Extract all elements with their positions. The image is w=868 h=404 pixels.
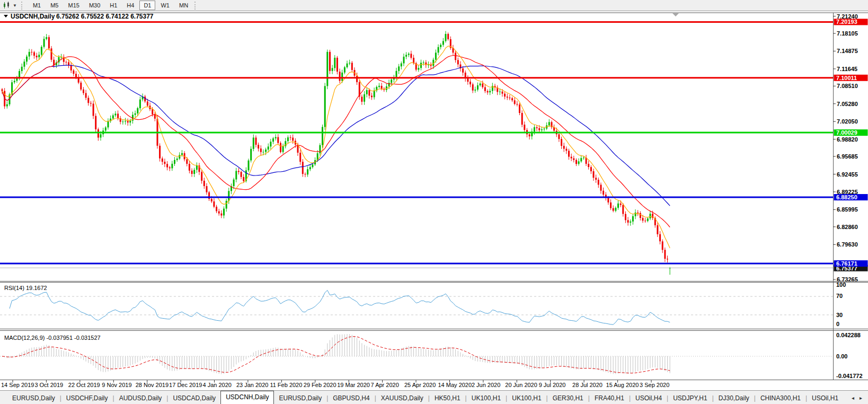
ma-slow-line bbox=[2, 65, 670, 206]
svg-text:6.88250: 6.88250 bbox=[836, 194, 857, 200]
macd-signal-line bbox=[2, 337, 670, 373]
chart-tab-audusd-daily-2[interactable]: AUDUSD,Daily bbox=[114, 393, 167, 404]
svg-text:7.20193: 7.20193 bbox=[836, 19, 857, 25]
chart-tab-bar: EURUSD,Daily|USDCHF,Daily|AUDUSD,Daily|U… bbox=[0, 390, 868, 404]
timeframe-toolbar: ▼ M1M5M15M30H1H4D1W1MN bbox=[0, 0, 868, 11]
date-tick-label: 2 Jun 2020 bbox=[472, 382, 500, 388]
rsi-indicator-label: RSI(14) 19.1672 bbox=[4, 285, 47, 291]
chart-tab-usoil-h1-17[interactable]: USOil,H1 bbox=[807, 393, 843, 404]
timeframe-button-M5[interactable]: M5 bbox=[46, 1, 63, 10]
price-badges: 6.753777.201937.100117.000296.882506.761… bbox=[834, 19, 868, 271]
chart-tab-uk100-h1-10[interactable]: UK100,H1 bbox=[507, 393, 546, 404]
candlestick-chart-icon bbox=[3, 2, 11, 9]
price-tick-label: 7.08510 bbox=[837, 83, 858, 89]
date-tick-label: 9 Jul 2020 bbox=[539, 382, 566, 388]
date-tick-label: 23 Jan 2020 bbox=[236, 382, 269, 388]
timeframe-button-H1[interactable]: H1 bbox=[105, 1, 121, 10]
date-tick-label: 14 Sep 2019 bbox=[1, 382, 34, 388]
price-tick-label: 6.85995 bbox=[837, 206, 858, 213]
svg-text:7.10011: 7.10011 bbox=[836, 75, 857, 81]
rsi-tick-label: 30 bbox=[836, 312, 843, 318]
date-tick-label: 20 Jun 2020 bbox=[505, 382, 537, 388]
chart-tab-ger30-h1-11[interactable]: GER30,H1 bbox=[548, 393, 588, 404]
candlestick-series bbox=[2, 31, 671, 275]
chart-canvas[interactable]: USDCNH,Daily 6.75262 6.75522 6.74122 6.7… bbox=[0, 0, 868, 404]
price-tick-label: 6.82860 bbox=[837, 224, 858, 230]
moving-averages bbox=[2, 46, 670, 248]
date-tick-label: 22 Oct 2019 bbox=[68, 382, 100, 388]
chart-tab-eurusd-daily-5[interactable]: EURUSD,Daily bbox=[274, 393, 326, 404]
timeframe-button-M30[interactable]: M30 bbox=[85, 1, 104, 10]
toolbar-grip[interactable] bbox=[21, 2, 25, 10]
price-tick-label: 6.79630 bbox=[837, 241, 858, 248]
timeframe-buttons: M1M5M15M30H1H4D1W1MN bbox=[28, 1, 193, 10]
macd-indicator-label: MACD(12,26,9) -0.037951 -0.031527 bbox=[4, 335, 101, 341]
chart-type-dropdown-button[interactable]: ▼ bbox=[0, 1, 20, 10]
rsi-line bbox=[10, 291, 670, 325]
chart-tab-uk100-h1-9[interactable]: UK100,H1 bbox=[467, 393, 506, 404]
date-tick-label: 11 Feb 2020 bbox=[270, 382, 302, 388]
price-tick-label: 6.92455 bbox=[837, 171, 858, 178]
trading-platform-window: { "toolbar": { "chart_type_tool": "candl… bbox=[0, 0, 868, 404]
date-tick-label: 25 Apr 2020 bbox=[404, 382, 436, 388]
rsi-tick-label: 0 bbox=[836, 321, 839, 327]
chart-tab-usdchf-daily-1[interactable]: USDCHF,Daily bbox=[61, 393, 113, 404]
date-axis: 14 Sep 20193 Oct 201922 Oct 20199 Nov 20… bbox=[1, 380, 669, 388]
chart-tab-dj30-daily-15[interactable]: DJ30,Daily bbox=[714, 393, 754, 404]
timeframe-button-D1[interactable]: D1 bbox=[139, 1, 155, 10]
rsi-tick-label: 70 bbox=[836, 293, 843, 299]
price-tick-label: 7.14875 bbox=[837, 48, 858, 54]
chart-tab-usdcnh-daily-4[interactable]: USDCNH,Daily bbox=[220, 391, 274, 404]
horizontal-lines[interactable] bbox=[0, 22, 833, 268]
date-tick-label: 3 Oct 2019 bbox=[34, 382, 63, 388]
date-tick-label: 7 Apr 2020 bbox=[371, 382, 399, 388]
price-tick-label: 7.02050 bbox=[837, 118, 858, 125]
chart-tab-hk50-h1-8[interactable]: HK50,H1 bbox=[430, 393, 465, 404]
timeframe-button-H4[interactable]: H4 bbox=[122, 1, 138, 10]
price-tick-label: 6.98820 bbox=[837, 136, 858, 143]
timeframe-button-W1[interactable]: W1 bbox=[156, 1, 174, 10]
chart-tab-usdcad-daily-3[interactable]: USDCAD,Daily bbox=[168, 393, 220, 404]
chart-tab-eurusd-daily-0[interactable]: EURUSD,Daily bbox=[7, 393, 60, 404]
chart-shift-marker-icon[interactable] bbox=[672, 13, 679, 16]
date-tick-label: 14 May 2020 bbox=[438, 382, 472, 388]
chart-tab-usdjpy-h1-14[interactable]: USDJPY,H1 bbox=[668, 393, 712, 404]
chart-title-ohlc: 6.75262 6.75522 6.74122 6.75377 bbox=[56, 13, 154, 20]
price-tick-label: 7.11645 bbox=[837, 66, 857, 72]
date-tick-label: 4 Jan 2020 bbox=[203, 382, 232, 388]
macd-tick-label: -0.041772 bbox=[836, 373, 863, 379]
timeframe-button-M15[interactable]: M15 bbox=[64, 1, 83, 10]
svg-text:7.00029: 7.00029 bbox=[836, 129, 857, 136]
timeframe-button-M1[interactable]: M1 bbox=[29, 1, 45, 10]
chart-tab-gbpusd-h4-6[interactable]: GBPUSD,H4 bbox=[328, 393, 374, 404]
chart-tab-china300-h1-16[interactable]: CHINA300,H1 bbox=[756, 393, 805, 404]
macd-tick-label: 0.042288 bbox=[836, 332, 861, 338]
date-tick-label: 29 Feb 2020 bbox=[304, 382, 336, 388]
svg-text:6.76171: 6.76171 bbox=[836, 260, 857, 267]
tab-scroll-arrows: ◂ ▸ bbox=[849, 391, 868, 404]
date-tick-label: 9 Nov 2019 bbox=[102, 382, 131, 388]
chart-title: USDCNH,Daily bbox=[11, 13, 55, 20]
tab-scroll-right-icon[interactable]: ▸ bbox=[857, 395, 865, 401]
panel-borders bbox=[0, 13, 868, 380]
macd-tick-label: 0.00 bbox=[836, 353, 847, 359]
rsi-tick-label: 100 bbox=[836, 282, 846, 288]
toolbar-grip-2[interactable] bbox=[194, 2, 199, 10]
chart-tab-fra40-h1-12[interactable]: FRA40,H1 bbox=[590, 393, 629, 404]
price-tick-label: 7.18105 bbox=[837, 30, 858, 37]
date-tick-label: 28 Jul 2020 bbox=[572, 382, 603, 388]
timeframe-button-MN[interactable]: MN bbox=[175, 1, 192, 10]
chart-tab-xauusd-daily-7[interactable]: XAUUSD,Daily bbox=[376, 393, 428, 404]
date-tick-label: 28 Nov 2019 bbox=[136, 382, 169, 388]
date-tick-label: 3 Sep 2020 bbox=[640, 382, 669, 388]
macd-panel bbox=[0, 334, 833, 374]
tab-scroll-left-icon[interactable]: ◂ bbox=[849, 395, 857, 401]
price-tick-label: 6.95685 bbox=[837, 153, 858, 160]
date-tick-label: 19 Mar 2020 bbox=[337, 382, 370, 388]
rsi-panel bbox=[0, 291, 833, 325]
date-tick-label: 15 Aug 2020 bbox=[606, 382, 639, 388]
title-dropdown-icon[interactable] bbox=[4, 15, 8, 17]
date-tick-label: 17 Dec 2019 bbox=[169, 382, 202, 388]
price-tick-label: 7.05280 bbox=[837, 101, 858, 107]
chart-tab-usoil-h4-13[interactable]: USOil,H4 bbox=[631, 393, 667, 404]
